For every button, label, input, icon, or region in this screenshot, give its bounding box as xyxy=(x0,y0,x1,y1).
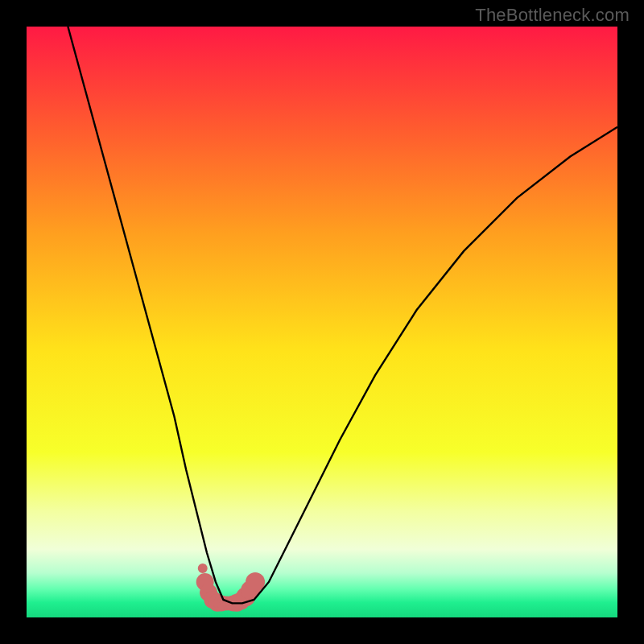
plot-area xyxy=(27,27,617,617)
chart-frame: TheBottleneck.com xyxy=(0,0,644,644)
watermark-text: TheBottleneck.com xyxy=(475,5,630,26)
bottleneck-curve xyxy=(68,27,617,603)
chart-svg xyxy=(27,27,617,617)
marker-layer xyxy=(196,564,265,612)
highlight-marker xyxy=(198,564,208,573)
